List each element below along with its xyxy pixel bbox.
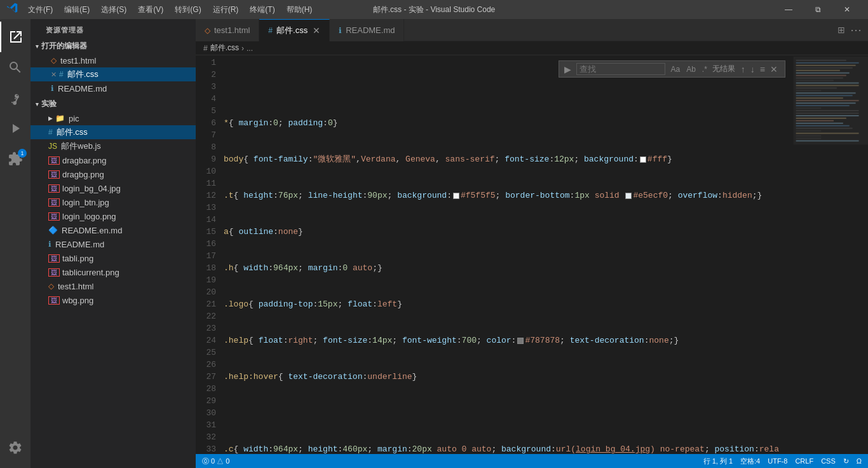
search-input[interactable]: [576, 63, 665, 75]
jpg-icon: 🖼: [48, 184, 60, 193]
activity-source-control[interactable]: [0, 83, 31, 113]
breadcrumb-file[interactable]: 邮件.css: [210, 43, 239, 53]
whole-word-button[interactable]: Ab: [685, 64, 697, 75]
search-navigation: ↑ ↓ ≡ ✕: [739, 64, 780, 74]
open-file-test1[interactable]: ◇ test1.html: [31, 53, 196, 67]
js-icon: JS: [48, 142, 57, 151]
tab-readme[interactable]: ℹ README.md: [330, 19, 404, 41]
dragbg-png[interactable]: 🖼 dragbg.png: [31, 167, 196, 181]
menu-help[interactable]: 帮助(H): [281, 3, 318, 17]
activity-run[interactable]: [0, 113, 31, 144]
md-icon3: ℹ: [48, 240, 51, 249]
breadcrumb: # 邮件.css › ...: [196, 41, 868, 55]
dragbar-png[interactable]: 🖼 dragbar.png: [31, 153, 196, 167]
split-editor-icon[interactable]: ⊞: [837, 25, 845, 35]
tab-spacer: [404, 19, 831, 41]
code-line-2: *{ margin:0; padding:0}: [221, 117, 792, 129]
tab-css-close[interactable]: ✕: [313, 25, 320, 36]
project-section: ▾ 实验 ▶ 📁 pic # 邮件.css JS 邮件web.js: [31, 97, 196, 307]
code-content[interactable]: *{ margin:0; padding:0} body{ font-famil…: [221, 55, 792, 454]
open-file-css-name: 邮件.css: [67, 69, 98, 80]
wbg-png[interactable]: 🖼 wbg.png: [31, 293, 196, 307]
activity-explorer[interactable]: [0, 22, 31, 52]
activity-extensions[interactable]: 1: [0, 144, 31, 174]
status-encoding[interactable]: UTF-8: [768, 457, 787, 465]
sidebar-css-name: 邮件.css: [57, 127, 88, 138]
menu-edit[interactable]: 编辑(E): [59, 3, 95, 17]
menu-view[interactable]: 查看(V): [133, 3, 168, 17]
code-line-4: .t{ height:76px; line-height:90px; backg…: [221, 189, 792, 202]
close-button[interactable]: ✕: [832, 0, 862, 19]
open-editors-header[interactable]: ▾ 打开的编辑器: [31, 39, 196, 53]
tab-css-label: 邮件.css: [276, 25, 308, 36]
code-line-9: .help:hover{ text-decoration:underline}: [221, 371, 792, 383]
png-icon5: 🖼: [48, 268, 60, 277]
project-header[interactable]: ▾ 实验: [31, 97, 196, 111]
wbg-name: wbg.png: [62, 296, 93, 305]
breadcrumb-dots: ...: [247, 44, 253, 53]
editor-area: ◇ test1.html # 邮件.css ✕ ℹ README.md ⊞ ⋯ …: [196, 19, 868, 468]
menu-goto[interactable]: 转到(G): [170, 3, 206, 17]
open-file-test1-name: test1.html: [60, 56, 96, 65]
tab-css[interactable]: # 邮件.css ✕: [259, 19, 330, 41]
css-file-icon: #: [48, 128, 53, 137]
tab-readme-icon: ℹ: [339, 26, 342, 35]
open-file-css[interactable]: ✕ # 邮件.css: [31, 67, 196, 81]
menu-select[interactable]: 选择(S): [96, 3, 132, 17]
vscode-logo: [6, 3, 18, 17]
search-prev-button[interactable]: ↑: [739, 64, 747, 74]
more-actions-icon[interactable]: ⋯: [850, 23, 862, 37]
code-line-3: body{ font-family:"微软雅黑",Verdana, Geneva…: [221, 153, 792, 165]
sidebar: 资源管理器 ▾ 打开的编辑器 ◇ test1.html ✕ # 邮件.css: [31, 19, 196, 468]
open-file-readme[interactable]: ℹ README.md: [31, 81, 196, 95]
minimap: [792, 55, 868, 454]
tab-readme-label: README.md: [346, 25, 395, 35]
readme-md[interactable]: ℹ README.md: [31, 237, 196, 251]
code-editor[interactable]: 1 2 3 4 5 6 7 8 9 10 11 12 13 14 15 16 1…: [196, 55, 868, 454]
code-line-11: .c{ width:964px; height:460px; margin:20…: [221, 443, 792, 454]
pic-folder[interactable]: ▶ 📁 pic: [31, 111, 196, 125]
tablicurrent-png[interactable]: 🖼 tablicurrent.png: [31, 265, 196, 279]
readme-en-md[interactable]: 🔷 README.en.md: [31, 223, 196, 237]
login-logo-name: login_logo.png: [62, 212, 116, 221]
close-icon[interactable]: ✕: [51, 71, 57, 79]
minimize-button[interactable]: —: [774, 0, 803, 19]
status-sync[interactable]: ↻: [843, 457, 849, 465]
status-line-ending[interactable]: CRLF: [795, 457, 813, 465]
status-git[interactable]: ⓪ 0 △ 0: [202, 457, 229, 466]
login-bg-jpg[interactable]: 🖼 login_bg_04.jpg: [31, 181, 196, 195]
search-overlay: ▶ Aa Ab .* 无结果 ↑ ↓ ≡ ✕: [559, 60, 785, 78]
login-logo-png[interactable]: 🖼 login_logo.png: [31, 209, 196, 223]
maximize-button[interactable]: ⧉: [803, 0, 832, 19]
sidebar-js-file[interactable]: JS 邮件web.js: [31, 139, 196, 153]
tabli-png[interactable]: 🖼 tabli.png: [31, 251, 196, 265]
tab-test1[interactable]: ◇ test1.html: [196, 19, 259, 41]
code-line-6: .h{ width:964px; margin:0 auto;}: [221, 262, 792, 274]
search-next-button[interactable]: ↓: [749, 64, 757, 74]
menu-run[interactable]: 运行(R): [208, 3, 244, 17]
menu-terminal[interactable]: 终端(T): [245, 3, 280, 17]
case-sensitive-button[interactable]: Aa: [669, 64, 681, 75]
test1-html[interactable]: ◇ test1.html: [31, 279, 196, 293]
activity-settings[interactable]: [0, 432, 31, 463]
png-icon: 🖼: [48, 156, 60, 165]
activity-search[interactable]: [0, 52, 31, 83]
activity-bar-bottom: [0, 432, 31, 463]
breadcrumb-sep: ›: [241, 44, 244, 53]
login-bg-name: login_bg_04.jpg: [62, 184, 121, 193]
status-notifications[interactable]: Ω: [857, 457, 862, 465]
tab-html-icon: ◇: [205, 26, 210, 35]
menu-file[interactable]: 文件(F): [23, 3, 58, 17]
open-file-readme-name: README.md: [58, 84, 107, 93]
regex-button[interactable]: .*: [701, 64, 709, 75]
css-icon: #: [59, 70, 64, 79]
status-language[interactable]: CSS: [821, 457, 836, 465]
search-arrow-icon: ▶: [564, 64, 571, 74]
code-line-1: [221, 81, 792, 93]
sidebar-css-file[interactable]: # 邮件.css: [31, 125, 196, 139]
search-list-button[interactable]: ≡: [758, 64, 767, 74]
status-position[interactable]: 行 1, 列 1: [703, 457, 733, 466]
login-btn-jpg[interactable]: 🖼 login_btn.jpg: [31, 195, 196, 209]
search-close-button[interactable]: ✕: [768, 64, 780, 74]
status-indent[interactable]: 空格:4: [740, 457, 760, 466]
